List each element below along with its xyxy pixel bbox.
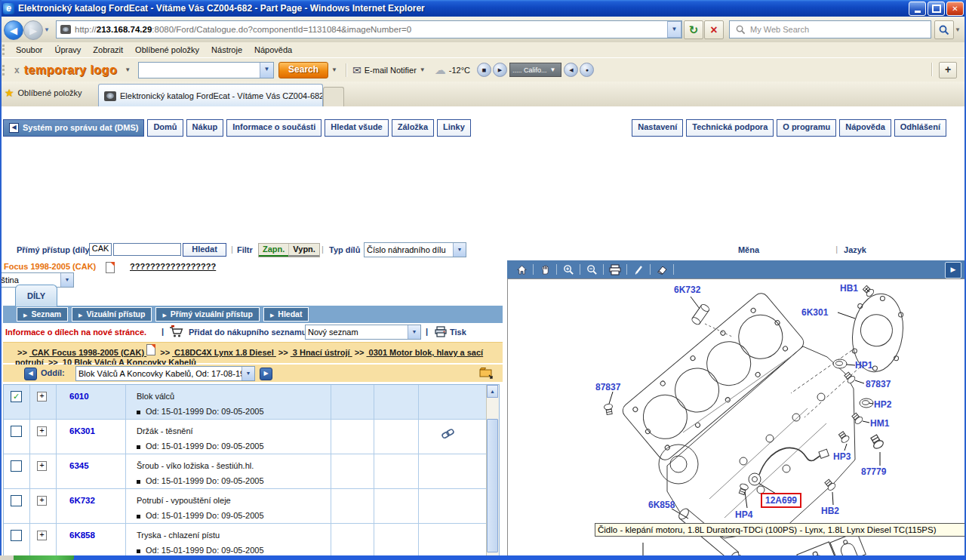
expand-icon[interactable]: + <box>37 426 47 436</box>
start-button-sliver[interactable] <box>14 555 74 560</box>
diagram-label-87837-4[interactable]: 87837 <box>595 382 620 392</box>
link-chain-icon[interactable] <box>439 426 457 443</box>
printer-icon[interactable] <box>435 326 447 339</box>
email-dropdown-icon[interactable]: ▼ <box>420 66 426 73</box>
media-station-select[interactable]: ..... Califo...▼ <box>509 63 561 77</box>
nav-button-linky[interactable]: Linky <box>437 119 471 137</box>
toolbar-search-button[interactable]: Search <box>278 62 328 78</box>
menu-item-soubor[interactable]: Soubor <box>10 44 48 56</box>
part-number-link[interactable]: 6K301 <box>69 426 95 435</box>
row-checkbox[interactable] <box>11 426 22 437</box>
nav-button-nastaven-[interactable]: Nastavení <box>632 119 683 137</box>
refresh-button[interactable]: ↻ <box>684 20 703 39</box>
breadcrumb-link[interactable]: CAK Focus 1998-2005 (CAK) <box>29 348 146 357</box>
history-dropdown-icon[interactable]: ▼ <box>44 26 50 33</box>
expand-icon[interactable]: + <box>37 461 47 471</box>
web-search-input[interactable]: My Web Search <box>729 20 931 38</box>
row-checkbox[interactable] <box>11 460 22 472</box>
nav-button-n-pov-da[interactable]: Nápověda <box>839 119 891 137</box>
toolbar-search-input[interactable]: ▼ <box>138 62 274 78</box>
filter-on-button[interactable]: Zapn. <box>259 244 288 257</box>
tab-dily[interactable]: DÍLY <box>15 285 57 306</box>
zoom-out-icon[interactable] <box>583 263 600 276</box>
diagram-label-HP4-12[interactable]: HP4 <box>735 509 752 520</box>
nav-button-informace-o-sou-sti[interactable]: Informace o součásti <box>226 119 321 137</box>
add-to-shopping-list-link[interactable]: Přidat do nákupního seznamu <box>189 328 306 337</box>
part-type-select[interactable]: Číslo náhradního dílu▼ <box>364 242 466 257</box>
expand-icon[interactable]: + <box>37 496 47 506</box>
browser-tab-active[interactable]: Elektronický katalog FordEcat - Vítáme V… <box>98 84 323 107</box>
menu-item-nástroje[interactable]: Nástroje <box>205 44 248 56</box>
row-checkbox[interactable] <box>11 530 22 541</box>
view-tab-vizu-ln-p-stup[interactable]: ▶Vizuální přístup <box>72 307 152 322</box>
logo-dropdown-icon[interactable]: ▼ <box>125 66 131 73</box>
collapse-panel-icon[interactable]: ▶ <box>945 262 961 278</box>
url-field[interactable]: http://213.168.74.29:8080/Ford/Catalogue… <box>56 20 682 38</box>
url-dropdown-icon[interactable]: ▼ <box>667 21 681 38</box>
search-options-dropdown-icon[interactable]: ▼ <box>955 26 961 33</box>
search-dropdown-icon[interactable]: ▼ <box>331 66 337 73</box>
filter-off-button[interactable]: Vypn. <box>288 244 319 257</box>
diagram-label-HB2-11[interactable]: HB2 <box>821 506 839 516</box>
diagram-label-6K732-0[interactable]: 6K732 <box>674 285 700 295</box>
diagram-label-6K858-13[interactable]: 6K858 <box>648 500 675 510</box>
catalog-code-field[interactable]: CAK <box>89 243 112 256</box>
expand-icon[interactable]: + <box>37 531 47 540</box>
zoom-in-icon[interactable] <box>560 263 577 276</box>
part-number-link[interactable]: 6K732 <box>69 496 95 505</box>
part-search-field[interactable] <box>113 243 181 256</box>
diagram-label-6K301-2[interactable]: 6K301 <box>801 307 828 318</box>
nav-button-z-lo-ka[interactable]: Záložka <box>392 119 434 137</box>
toolbar-close-button[interactable]: x <box>14 65 20 75</box>
media-prev-button[interactable]: ◼ <box>477 63 491 77</box>
part-number-link[interactable]: 6K858 <box>69 531 95 540</box>
diagram-label-HP1-3[interactable]: HP1 <box>855 360 872 371</box>
diagram-label-87779-9[interactable]: 87779 <box>861 466 886 477</box>
nav-button-o-programu[interactable]: O programu <box>777 119 836 137</box>
pan-hand-icon[interactable] <box>537 263 553 276</box>
nav-button-syst-m-pro-spr-vu-dat-dms-[interactable]: ◀Systém pro správu dat (DMS) <box>3 119 144 137</box>
view-tab-p-m-vizu-ln-p-stup[interactable]: ▶Přímý vizuální přístup <box>155 307 260 322</box>
diagram-label-HB1-1[interactable]: HB1 <box>840 283 858 294</box>
view-tab-seznam[interactable]: ▶Seznam <box>17 307 68 322</box>
eraser-icon[interactable] <box>654 263 670 276</box>
search-parts-button[interactable]: Hledat <box>183 243 226 257</box>
row-checkbox[interactable]: ✓ <box>11 391 22 402</box>
part-number-link[interactable]: 6345 <box>69 461 89 470</box>
previous-section-button[interactable]: ◀ <box>24 368 37 380</box>
media-volume-up-button[interactable]: ● <box>580 63 594 77</box>
menu-item-oblíbené-položky[interactable]: Oblíbené položky <box>129 44 205 56</box>
forward-button[interactable]: ▶ <box>23 20 43 40</box>
print-diagram-icon[interactable] <box>607 263 623 276</box>
document-icon[interactable] <box>106 262 115 273</box>
media-volume-down-button[interactable]: ◀ <box>564 63 578 77</box>
stop-button[interactable]: × <box>704 20 724 39</box>
row-checkbox[interactable] <box>11 495 22 506</box>
scrollbar-thumb[interactable] <box>487 419 498 552</box>
nav-button-odhl-en-[interactable]: Odhlášení <box>894 119 946 137</box>
nav-button-hledat-v-ude[interactable]: Hledat všude <box>325 119 388 137</box>
restore-button[interactable] <box>928 2 945 16</box>
view-tab-hledat[interactable]: ▶Hledat <box>263 307 309 322</box>
favorites-button[interactable]: ★ Oblíbené položky <box>5 87 82 99</box>
shopping-list-select[interactable]: Nový seznam▼ <box>305 325 421 340</box>
combo-dropdown-icon[interactable]: ▼ <box>260 63 273 78</box>
media-play-button[interactable]: ▶ <box>493 63 507 77</box>
close-button[interactable]: ✕ <box>946 2 964 16</box>
menu-item-nápověda[interactable]: Nápověda <box>248 44 298 56</box>
new-tab-stub[interactable] <box>323 87 344 107</box>
diagram-label-12A699-10[interactable]: 12A699 <box>761 493 801 508</box>
pencil-annotate-icon[interactable] <box>630 263 647 276</box>
expand-icon[interactable]: + <box>37 392 47 402</box>
breadcrumb-link[interactable]: C18DC4X Lynx 1.8 Diesel <box>172 348 276 357</box>
diagram-label-HM1-7[interactable]: HM1 <box>870 418 889 429</box>
print-link[interactable]: Tisk <box>450 328 466 337</box>
nav-button-dom-[interactable]: Domů <box>147 119 183 137</box>
folder-up-icon[interactable] <box>479 366 494 380</box>
nav-button-n-kup[interactable]: Nákup <box>186 119 224 137</box>
menu-item-zobrazit[interactable]: Zobrazit <box>87 44 129 56</box>
diagram-label-HP3-8[interactable]: HP3 <box>833 451 851 462</box>
section-select[interactable]: Blok Válců A Koncovky Kabelů, Od: 17-08-… <box>75 366 255 381</box>
table-scrollbar[interactable]: ▲ <box>486 385 499 560</box>
diagram-label-87837-5[interactable]: 87837 <box>866 379 891 389</box>
